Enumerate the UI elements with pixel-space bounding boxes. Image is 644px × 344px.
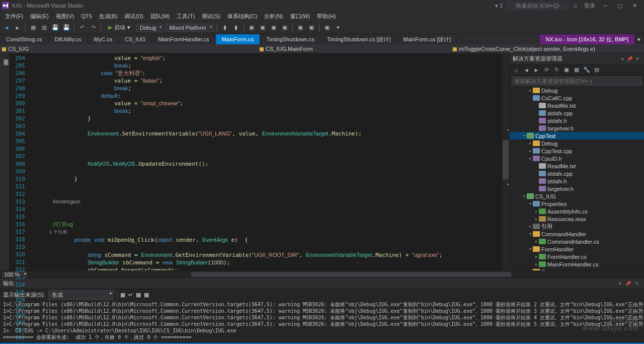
- minimize-button[interactable]: ─: [598, 3, 612, 9]
- output-close-icon[interactable]: ✕: [633, 281, 641, 286]
- document-tab[interactable]: MainForm.cs [设计]: [397, 34, 458, 44]
- tree-node[interactable]: ReadMe.txt: [510, 162, 644, 170]
- menu-item[interactable]: 测试(S): [199, 12, 223, 21]
- menu-item[interactable]: 文件(F): [2, 12, 26, 21]
- sol-refresh-icon[interactable]: ↻: [552, 65, 561, 75]
- tab-overflow-icon[interactable]: ▾: [634, 34, 644, 44]
- vertical-scrollbar[interactable]: [502, 53, 509, 270]
- output-tbtn-4[interactable]: ▦: [144, 292, 149, 298]
- tree-node[interactable]: ▸CppTest.cpp: [510, 147, 644, 155]
- preview-tab[interactable]: NX.ico - Icon [16x16, 32 位, BMP]: [540, 34, 634, 44]
- menu-item[interactable]: 调试(D): [121, 12, 146, 21]
- output-clear-icon[interactable]: ▦: [120, 292, 125, 298]
- navbar-member[interactable]: miToggleCrossCurve_Click(object sender, …: [451, 45, 644, 53]
- menu-item[interactable]: 体系结构(C): [224, 12, 260, 21]
- tb-icon-6[interactable]: ▣: [280, 23, 289, 32]
- tree-node[interactable]: ▸AssemblyInfo.cs: [510, 208, 644, 215]
- zoom-combo[interactable]: 100 %: [2, 271, 28, 278]
- tree-node[interactable]: stdafx.cpp: [510, 170, 644, 177]
- menu-item[interactable]: 团队(M): [147, 12, 173, 21]
- document-tab[interactable]: ConstString.cs: [0, 34, 49, 44]
- tree-node[interactable]: stdafx.h: [510, 177, 644, 185]
- document-tab[interactable]: CS_IUG: [119, 34, 152, 44]
- tree-node[interactable]: targetver.h: [510, 185, 644, 192]
- tb-icon-2[interactable]: ▮: [231, 23, 240, 32]
- navbar-class[interactable]: CS_IUG.MainForm: [258, 45, 451, 53]
- tree-node[interactable]: ▸MainFormHandler.cs: [510, 260, 644, 268]
- save-icon[interactable]: 💾: [51, 23, 60, 32]
- nav-back-icon[interactable]: ◄: [2, 23, 11, 32]
- tb-icon-5[interactable]: ▣: [269, 23, 278, 32]
- code-area[interactable]: value = "english"; break; case "意大利语": v…: [34, 53, 502, 270]
- start-debug-button[interactable]: ▶启动 ▾: [104, 23, 134, 32]
- code-editor[interactable]: 2942952962972982993003013023033043053063…: [9, 53, 509, 270]
- tb-icon-10[interactable]: ▾: [334, 23, 343, 32]
- tb-icon-8[interactable]: ▣: [307, 23, 316, 32]
- left-docked-tabs[interactable]: 服务器资源管理器 工具箱: [0, 53, 9, 270]
- sol-properties-icon[interactable]: 🔧: [582, 65, 591, 75]
- output-dropdown-icon[interactable]: ▾: [617, 281, 623, 286]
- output-pin-icon[interactable]: 📌: [623, 281, 633, 286]
- tree-node[interactable]: ▸引用: [510, 223, 644, 230]
- platform-combo[interactable]: Mixed Platform: [166, 24, 213, 32]
- pane-close-icon[interactable]: ✕: [634, 56, 641, 61]
- open-file-icon[interactable]: ▥: [40, 23, 49, 32]
- menu-item[interactable]: QT5: [78, 12, 95, 20]
- new-project-icon[interactable]: ▦: [29, 23, 38, 32]
- save-all-icon[interactable]: 💾: [62, 23, 71, 32]
- sol-back-icon[interactable]: ◄: [522, 65, 531, 75]
- menu-item[interactable]: 帮助(H): [314, 12, 339, 21]
- notification-flag-icon[interactable]: ▾ 2: [492, 3, 506, 9]
- fold-column[interactable]: [28, 53, 34, 270]
- navbar-project[interactable]: CS_IUG: [0, 45, 258, 53]
- maximize-button[interactable]: ▢: [612, 3, 627, 9]
- menu-item[interactable]: 工具(T): [174, 12, 198, 21]
- document-tab[interactable]: TimingShutdown.cs [设计]: [321, 34, 397, 44]
- tree-node[interactable]: ▸FormHandler.cs: [510, 253, 644, 260]
- sign-in-link[interactable]: 登录: [581, 2, 598, 10]
- menu-item[interactable]: 窗口(W): [287, 12, 313, 21]
- output-text[interactable]: 1>C:\Program Files (x86)\MSBuild\12.0\bi…: [0, 300, 644, 343]
- output-source-combo[interactable]: 生成: [48, 290, 114, 300]
- pane-pin-icon[interactable]: 📌: [625, 56, 634, 61]
- tree-node[interactable]: CsCallC.cpp: [510, 94, 644, 102]
- tb-icon-4[interactable]: ▣: [258, 23, 267, 32]
- tree-node[interactable]: ▾FormHandler: [510, 245, 644, 253]
- document-tab[interactable]: TimingShutdown.cs: [260, 34, 321, 44]
- feedback-icon[interactable]: ☺: [570, 3, 581, 9]
- tree-node[interactable]: stdafx.h: [510, 117, 644, 124]
- tree-node[interactable]: stdafx.cpp: [510, 109, 644, 117]
- tree-node[interactable]: ▾CppTest: [510, 132, 644, 140]
- tb-icon-3[interactable]: ▣: [247, 23, 256, 32]
- close-button[interactable]: ✕: [627, 3, 642, 9]
- document-tab[interactable]: MainFormHandler.cs: [152, 34, 215, 44]
- menu-item[interactable]: 分析(N): [261, 12, 286, 21]
- solution-tree[interactable]: ▸DebugCsCallC.cppReadMe.txtstdafx.cppstd…: [510, 87, 644, 270]
- redo-icon[interactable]: ↷: [89, 23, 98, 32]
- tree-node[interactable]: ▾CommandHandler: [510, 230, 644, 238]
- tree-node[interactable]: ▾Resources: [510, 268, 644, 270]
- undo-icon[interactable]: ↶: [77, 23, 87, 32]
- tree-node[interactable]: ▸Debug: [510, 140, 644, 147]
- menu-item[interactable]: 生成(B): [96, 12, 121, 21]
- tree-node[interactable]: ▸CpuID.h: [510, 155, 644, 162]
- menu-item[interactable]: 视图(V): [53, 12, 77, 21]
- tb-icon-1[interactable]: ▮: [220, 23, 229, 32]
- tree-node[interactable]: ReadMe.txt: [510, 102, 644, 109]
- output-wrap-icon[interactable]: ↵: [128, 292, 133, 298]
- document-tab[interactable]: MyC.cs: [88, 34, 119, 44]
- sol-home-icon[interactable]: ⌂: [512, 65, 521, 75]
- tree-node[interactable]: ▸Debug: [510, 87, 644, 94]
- pane-dropdown-icon[interactable]: ▾: [620, 56, 625, 61]
- nav-forward-icon[interactable]: ►: [13, 23, 22, 32]
- tree-node[interactable]: ▸Resources.resx: [510, 215, 644, 223]
- document-tab[interactable]: MainForm.cs: [216, 34, 261, 44]
- tree-node[interactable]: ▾Properties: [510, 200, 644, 208]
- tree-node[interactable]: ▸CommandHandler.cs: [510, 238, 644, 245]
- quick-launch-input[interactable]: 快速启动 (Ctrl+Q): [506, 1, 569, 11]
- sol-fwd-icon[interactable]: ►: [532, 65, 541, 75]
- tb-icon-7[interactable]: ▣: [296, 23, 305, 32]
- output-tbtn-3[interactable]: ▦: [136, 292, 141, 298]
- tree-node[interactable]: targetver.h: [510, 124, 644, 132]
- solution-search-input[interactable]: [512, 77, 642, 86]
